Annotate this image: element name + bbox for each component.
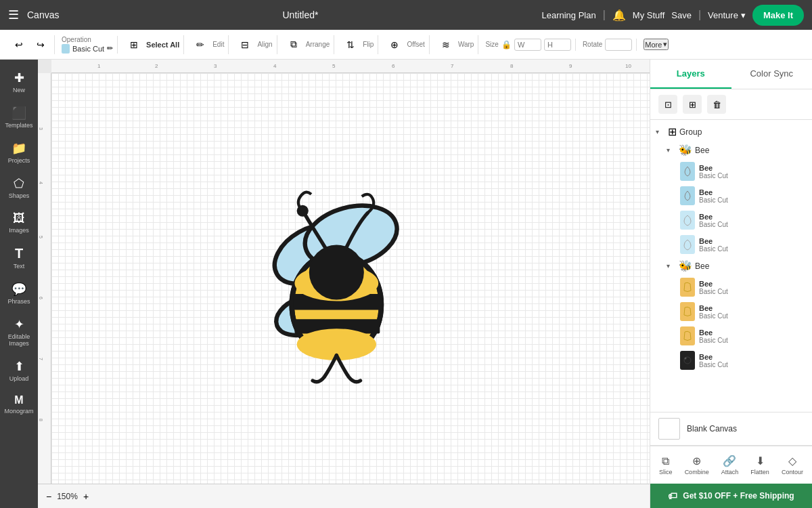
tab-layers[interactable]: Layers xyxy=(650,60,731,89)
contour-icon: ◇ xyxy=(788,454,796,467)
layer-thumb-6 xyxy=(680,302,695,321)
promo-bar[interactable]: 🏷 Get $10 OFF + Free Shipping xyxy=(650,484,812,508)
duplicate-layer-button[interactable]: ⊡ xyxy=(658,95,677,114)
bee-group-1-icon: 🐝 xyxy=(679,144,692,156)
select-all-label[interactable]: Select All xyxy=(146,41,179,49)
zoom-in-button[interactable]: + xyxy=(83,491,89,502)
group-expand-icon[interactable]: ▾ xyxy=(656,128,665,135)
zoom-level-display: 150% xyxy=(57,492,78,501)
layer-item[interactable]: Bee Basic Cut xyxy=(675,324,812,348)
layer-item[interactable]: Bee Basic Cut xyxy=(675,184,812,208)
save-button[interactable]: Save xyxy=(671,10,692,20)
phrases-icon: 💬 xyxy=(12,282,26,297)
attach-icon: 🔗 xyxy=(723,454,736,467)
layer-item[interactable]: Bee Basic Cut xyxy=(675,232,812,257)
sidebar-item-images[interactable]: 🖼 Images xyxy=(1,206,37,239)
bee-subgroup-1-row[interactable]: ▾ 🐝 Bee xyxy=(661,141,812,159)
align-button[interactable]: ⊟ xyxy=(235,35,254,54)
projects-label: Projects xyxy=(8,157,30,164)
layer-item[interactable]: Bee Basic Cut xyxy=(675,159,812,184)
layer-info-7: Bee Basic Cut xyxy=(699,329,728,344)
templates-label: Templates xyxy=(5,122,32,129)
machine-selector[interactable]: Venture ▾ xyxy=(708,10,746,20)
upload-label: Upload xyxy=(9,375,29,382)
monogram-label: Monogram xyxy=(4,408,33,415)
sidebar-item-upload[interactable]: ⬆ Upload xyxy=(1,354,37,387)
align-group: ⊟ Align xyxy=(231,35,277,54)
layer-info-4: Bee Basic Cut xyxy=(699,237,728,253)
layer-item[interactable]: Bee Basic Cut xyxy=(675,299,812,324)
sidebar-item-new[interactable]: ✚ New xyxy=(1,65,37,99)
group-row[interactable]: ▾ ⊞ Group xyxy=(650,123,812,141)
select-all-icon-button[interactable]: ⊞ xyxy=(125,35,143,54)
sidebar-item-editable-images[interactable]: ✦ Editable Images xyxy=(1,312,37,352)
undo-button[interactable]: ↩ xyxy=(9,35,28,54)
layer-item-name-8: Bee xyxy=(699,353,728,361)
learning-plan-link[interactable]: Learning Plan xyxy=(541,10,595,20)
layer-item-type-6: Basic Cut xyxy=(699,312,728,320)
attach-button[interactable]: 🔗 Attach xyxy=(717,452,743,478)
operation-edit-icon[interactable]: ✏ xyxy=(107,44,113,53)
sidebar-item-monogram[interactable]: M Monogram xyxy=(1,389,37,420)
notification-bell-icon[interactable]: 🔔 xyxy=(612,9,626,22)
warp-button[interactable]: ≋ xyxy=(436,35,455,54)
delete-layer-button[interactable]: 🗑 xyxy=(707,95,726,114)
top-group: ▾ ⊞ Group ▾ 🐝 Bee xyxy=(650,120,812,375)
nav-right: Learning Plan | 🔔 My Stuff Save | Ventur… xyxy=(541,5,804,26)
sidebar-item-templates[interactable]: ⬛ Templates xyxy=(1,100,37,134)
my-stuff-link[interactable]: My Stuff xyxy=(633,10,664,20)
layer-thumb-5 xyxy=(680,278,695,297)
height-input[interactable] xyxy=(544,39,571,51)
sidebar-item-projects[interactable]: 📁 Projects xyxy=(1,135,37,169)
layer-item[interactable]: Bee Basic Cut xyxy=(675,348,812,373)
layer-thumb-8 xyxy=(680,351,695,370)
hamburger-menu-icon[interactable]: ☰ xyxy=(8,7,19,22)
flatten-icon: ⬇ xyxy=(756,454,765,467)
flip-label: Flip xyxy=(363,41,374,48)
dropdown-chevron-icon: ▾ xyxy=(741,10,746,20)
svg-point-10 xyxy=(309,245,364,299)
combine-label: Combine xyxy=(685,469,709,475)
layer-thumb-1 xyxy=(680,162,695,181)
app-title: Canvas xyxy=(27,9,59,20)
layer-item-name-4: Bee xyxy=(699,237,728,245)
bee-group-2: ▾ 🐝 Bee Bee Basic Cut xyxy=(650,257,812,373)
flatten-label: Flatten xyxy=(750,469,769,475)
layer-item[interactable]: Bee Basic Cut xyxy=(675,275,812,299)
contour-button[interactable]: ◇ Contour xyxy=(777,452,807,478)
zoom-out-button[interactable]: − xyxy=(46,491,51,502)
more-button[interactable]: More ▾ xyxy=(644,39,669,50)
arrange-button[interactable]: ⧉ xyxy=(284,35,303,54)
bee-subgroup-2-row[interactable]: ▾ 🐝 Bee xyxy=(661,257,812,275)
more-label: More xyxy=(645,41,662,49)
undo-redo-group: ↩ ↪ xyxy=(5,35,55,54)
combine-button[interactable]: ⊕ Combine xyxy=(681,452,713,478)
bee-group-2-expand-icon[interactable]: ▾ xyxy=(667,262,676,270)
bee-group-1-name: Bee xyxy=(695,146,807,155)
main-layout: ✚ New ⬛ Templates 📁 Projects ⬠ Shapes 🖼 … xyxy=(0,60,812,508)
layer-item-name-1: Bee xyxy=(699,164,728,172)
width-input[interactable] xyxy=(514,39,541,51)
layer-item-type-5: Basic Cut xyxy=(699,288,728,295)
sidebar-item-text[interactable]: T Text xyxy=(1,240,37,275)
layers-content: ▾ ⊞ Group ▾ 🐝 Bee xyxy=(650,120,812,412)
redo-button[interactable]: ↪ xyxy=(31,35,50,54)
lock-icon[interactable]: 🔒 xyxy=(501,40,512,49)
edit-button[interactable]: ✏ xyxy=(191,35,210,54)
slice-button[interactable]: ⧉ Slice xyxy=(655,452,677,478)
slice-icon: ⧉ xyxy=(662,455,669,467)
sidebar-item-phrases[interactable]: 💬 Phrases xyxy=(1,276,37,310)
add-layer-button[interactable]: ⊞ xyxy=(683,95,702,114)
bee-group-1-expand-icon[interactable]: ▾ xyxy=(667,146,676,154)
layer-item[interactable]: Bee Basic Cut xyxy=(675,208,812,232)
flip-button[interactable]: ⇅ xyxy=(341,35,360,54)
make-it-button[interactable]: Make It xyxy=(752,5,804,26)
rotate-input[interactable] xyxy=(605,39,632,51)
sidebar-item-shapes[interactable]: ⬠ Shapes xyxy=(1,171,37,205)
offset-button[interactable]: ⊕ xyxy=(385,35,404,54)
blank-canvas-label: Blank Canvas xyxy=(687,424,737,433)
tab-color-sync[interactable]: Color Sync xyxy=(731,60,813,89)
layer-item-type-3: Basic Cut xyxy=(699,221,728,228)
canvas-area[interactable]: 1 2 3 4 5 6 7 8 9 10 11 3 4 5 6 7 8 xyxy=(38,60,650,508)
flatten-button[interactable]: ⬇ Flatten xyxy=(746,452,773,478)
